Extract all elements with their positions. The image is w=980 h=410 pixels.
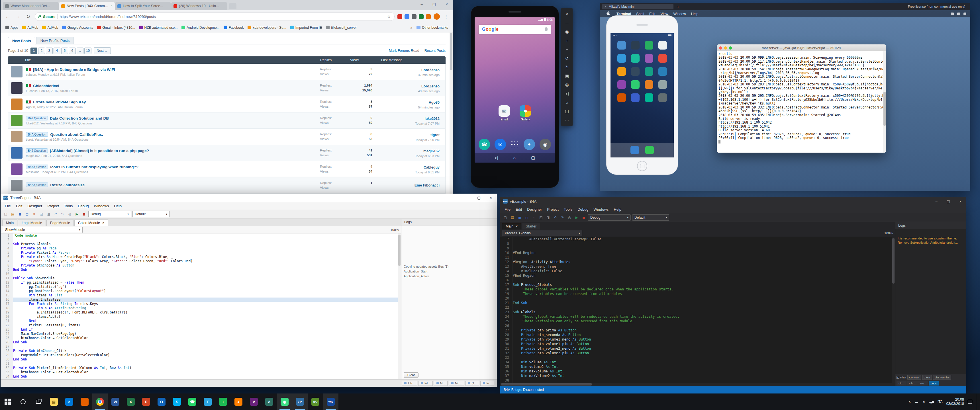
find-icon[interactable]: ◎	[67, 211, 73, 217]
menu-tools[interactable]: Tools	[561, 206, 575, 213]
extension-icon[interactable]	[426, 14, 431, 19]
menu-extra-icon[interactable]	[957, 13, 960, 15]
minimize-icon[interactable]: ─	[562, 19, 571, 27]
code-line[interactable]: 4 Private pg As Page	[0, 246, 401, 251]
menu-debug[interactable]: Debug	[575, 206, 591, 213]
thread-row[interactable]: B4J Question[ABMaterial] [Closed] is it …	[8, 145, 445, 161]
sub-selector-combo[interactable]: ShowModule▾	[3, 227, 83, 233]
docked-tab[interactable]: Lib...	[897, 381, 907, 386]
new-icon[interactable]: ▢	[3, 211, 8, 217]
code-line[interactable]: 30 Private btn_volume1_piu As Button	[500, 342, 895, 346]
bookmark-item[interactable]: xda-developers - Su...	[245, 25, 288, 30]
code-line[interactable]: 29 Private btn_volume1_meno As Button	[500, 337, 895, 342]
logs-panel-tab[interactable]: Logs	[401, 219, 497, 226]
extension-icon[interactable]	[419, 14, 424, 19]
taskbar-icon-android-emulator[interactable]: ◉	[277, 394, 292, 410]
code-line[interactable]: 8 Private btnChoose As Button	[0, 263, 401, 268]
bookmark-item[interactable]: NZB automated use...	[137, 25, 180, 30]
stop-icon[interactable]: ◼	[81, 211, 87, 217]
forward-button[interactable]: →	[14, 14, 22, 19]
extension-icon[interactable]	[404, 14, 409, 19]
code-line[interactable]: 9End Sub	[0, 268, 401, 272]
code-line[interactable]: 17 For Each clr As String In clrs.Keys	[0, 302, 401, 306]
code-line[interactable]: 10#End Region	[500, 251, 895, 255]
clear-logs-button[interactable]: Clear	[404, 372, 418, 378]
code-line[interactable]: 19 a.Initialize(clr, Font.DEFAULT, clrs.…	[0, 310, 401, 315]
iphone-app-icon[interactable]	[659, 94, 667, 102]
ide-title-bar[interactable]: B4A ThreePages - B4A – ▢ ×	[0, 194, 497, 202]
code-line[interactable]: 15 Dim items As List	[0, 293, 401, 297]
docked-tab[interactable]: Q...	[466, 381, 479, 386]
iphone-home-button[interactable]	[637, 161, 647, 171]
taskbar-icon-visual-studio[interactable]: V	[246, 394, 261, 410]
camera-app-icon[interactable]: ◉	[539, 139, 551, 150]
browser-tab[interactable]: New Posts | B4X Commu...×	[59, 2, 115, 10]
code-line[interactable]: 31 Private btn_volume2_meno As Button	[500, 346, 895, 351]
code-line[interactable]: 21 Next	[0, 319, 401, 323]
target-combo[interactable]: Default▾	[632, 215, 669, 221]
terminal-output[interactable]: results2018-03-03 20:00:59.099:INFO:oejs…	[717, 51, 886, 153]
taskbar-icon-b4a-ide[interactable]: B4A	[292, 394, 308, 410]
iphone-app-icon[interactable]	[631, 67, 640, 76]
bookmark-item[interactable]: Google Accounts	[60, 25, 95, 30]
thread-prefix-badge[interactable]: B4J Question	[26, 148, 48, 153]
docked-tab[interactable]: Lib...	[402, 381, 417, 386]
undo-icon[interactable]: ↶	[552, 215, 558, 220]
minimize-button[interactable]: –	[931, 197, 942, 205]
bookmark-item[interactable]: Gmail - Inbox (4310...	[95, 25, 137, 30]
action-center-icon[interactable]	[968, 400, 972, 404]
bookmark-item[interactable]: Android Developme...	[180, 25, 221, 30]
back-nav-icon[interactable]: ◁	[495, 155, 498, 160]
page-scrollbar[interactable]	[450, 32, 453, 194]
redo-icon[interactable]: ↷	[560, 215, 565, 220]
code-line[interactable]: 10	[0, 272, 401, 276]
show-desktop-button[interactable]	[976, 394, 978, 410]
thread-row[interactable]: ChiacchiericciLucaella, Feb 13, 2016, It…	[8, 80, 445, 96]
iphone-app-icon[interactable]	[617, 41, 626, 49]
email-app-icon[interactable]: ✉Email	[498, 105, 510, 121]
home-icon[interactable]: ○	[562, 98, 571, 107]
module-tab[interactable]: Main×	[502, 222, 521, 229]
task-view-button[interactable]	[31, 394, 46, 410]
b4a-ide-window-dark[interactable]: B4A vExample - B4A – ▢ × FileEditDesigne…	[500, 197, 966, 394]
thread-row[interactable]: B4A QuestionQuestion about CallSubPlus.t…	[8, 129, 445, 145]
build-configuration-combo[interactable]: Debug▾	[588, 215, 631, 221]
thread-avatar[interactable]	[11, 66, 22, 78]
thread-title-link[interactable]: [B4A] - App in Debug mode e Bridge via W…	[33, 67, 115, 72]
thread-avatar[interactable]	[11, 147, 22, 159]
code-line[interactable]: 14 pg.RootPanel.LoadLayout("ColorsLayout…	[0, 289, 401, 293]
code-line[interactable]: 27 Private btn_prima As Button	[500, 328, 895, 332]
close-button[interactable]: ×	[441, 0, 453, 8]
code-line[interactable]: 34End Sub	[0, 374, 401, 379]
macos-menu-help[interactable]: Help	[689, 11, 701, 17]
code-line[interactable]: 5 Private Picker1 As Picker	[0, 251, 401, 255]
editor-zoom-level[interactable]: 100%	[885, 232, 893, 235]
list-permissions-button[interactable]: List Permiss	[933, 375, 951, 380]
code-line[interactable]: 14 #IncludeTitle: False	[500, 269, 895, 273]
thread-prefix-badge[interactable]: B4A Question	[26, 183, 48, 187]
code-line[interactable]: 32Private Sub Picker1_ItemSelected (Colu…	[0, 366, 401, 370]
connect-button[interactable]: Connect	[907, 375, 921, 380]
taskbar-icon-spotify[interactable]: ♪	[215, 394, 231, 410]
messages-app-icon[interactable]: ✉	[495, 139, 506, 150]
forum-subtab[interactable]: New Profile Posts	[36, 37, 74, 44]
taskbar-icon-edge-browser[interactable]: e	[62, 394, 77, 410]
cut-icon[interactable]: ×	[31, 211, 37, 217]
page-number-button[interactable]: 6	[69, 48, 76, 54]
new-icon[interactable]: ▢	[503, 215, 508, 220]
taskbar-icon-telegram[interactable]: T	[200, 394, 215, 410]
mac-screen-sharing-window[interactable]: × Mikael's Mac mini + Free license (non-…	[600, 3, 970, 191]
close-button[interactable]: ×	[485, 194, 497, 202]
tab-close-icon[interactable]: ×	[605, 5, 606, 8]
gallery-app-icon[interactable]: Gallery	[520, 105, 531, 121]
taskbar-icon-android-studio[interactable]: A	[261, 394, 277, 410]
thread-avatar[interactable]	[11, 82, 22, 94]
code-line[interactable]: 11Public Sub ShowModule	[0, 276, 401, 280]
network-icon[interactable]: ▂▄▆	[929, 400, 934, 403]
menu-help[interactable]: Help	[111, 203, 124, 209]
module-tab[interactable]: Main	[2, 219, 18, 226]
iphone-app-icon[interactable]	[659, 67, 667, 76]
code-line[interactable]: 9	[500, 246, 895, 251]
mark-forums-read-link[interactable]: Mark Forums Read	[389, 49, 419, 52]
code-line[interactable]: 8	[500, 242, 895, 246]
